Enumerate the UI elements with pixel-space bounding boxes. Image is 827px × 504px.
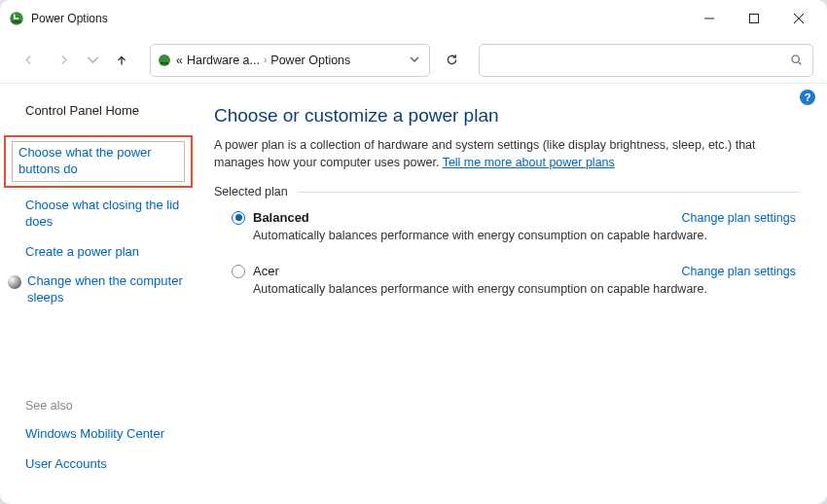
chevron-right-icon: › — [264, 54, 267, 65]
sidebar: Control Panel Home Choose what the power… — [0, 84, 198, 504]
up-button[interactable] — [107, 46, 136, 75]
forward-button[interactable] — [49, 46, 78, 75]
breadcrumb-pre: « — [176, 54, 183, 67]
nav-toolbar: « Hardware a... › Power Options — [0, 37, 827, 84]
main-panel: Choose or customize a power plan A power… — [198, 84, 827, 504]
help-icon[interactable]: ? — [800, 90, 815, 105]
shield-icon — [8, 275, 21, 289]
power-options-icon — [8, 10, 25, 27]
sidebar-link-create-plan[interactable]: Create a power plan — [25, 244, 185, 261]
sidebar-link-mobility-center[interactable]: Windows Mobility Center — [25, 426, 185, 443]
power-options-window: Power Options — [0, 0, 827, 504]
plan-name[interactable]: Acer — [253, 264, 279, 278]
svg-line-9 — [799, 62, 802, 65]
sidebar-link-change-sleep[interactable]: Change when the computer sleeps — [8, 273, 185, 306]
sidebar-link-choose-lid[interactable]: Choose what closing the lid does — [25, 198, 185, 231]
sidebar-link-choose-power-buttons[interactable]: Choose what the power buttons do — [4, 135, 193, 188]
content-area: ? Control Panel Home Choose what the pow… — [0, 84, 827, 504]
svg-rect-1 — [13, 20, 21, 22]
svg-rect-3 — [750, 15, 759, 23]
maximize-button[interactable] — [732, 3, 776, 34]
plan-description: Automatically balances performance with … — [253, 229, 796, 242]
see-also-label: See also — [25, 399, 185, 413]
plan-acer: Acer Change plan settings Automatically … — [214, 264, 800, 300]
sidebar-link-user-accounts[interactable]: User Accounts — [25, 456, 185, 473]
change-plan-settings-link[interactable]: Change plan settings — [682, 265, 796, 278]
svg-point-8 — [792, 55, 799, 62]
minimize-button[interactable] — [687, 3, 732, 34]
plan-balanced: Balanced Change plan settings Automatica… — [214, 210, 800, 246]
svg-rect-7 — [161, 62, 168, 64]
svg-point-6 — [159, 54, 170, 66]
close-button[interactable] — [776, 3, 821, 34]
breadcrumb-part2[interactable]: Power Options — [270, 54, 350, 67]
refresh-button[interactable] — [436, 45, 467, 76]
window-controls — [687, 3, 821, 34]
page-description: A power plan is a collection of hardware… — [214, 136, 800, 171]
radio-acer[interactable] — [232, 265, 245, 278]
control-panel-icon — [157, 53, 172, 68]
plan-description: Automatically balances performance with … — [253, 282, 796, 296]
address-bar[interactable]: « Hardware a... › Power Options — [150, 44, 430, 77]
change-plan-settings-link[interactable]: Change plan settings — [682, 211, 796, 225]
address-dropdown-button[interactable] — [406, 53, 423, 67]
breadcrumb-part1[interactable]: Hardware a... — [187, 54, 260, 67]
control-panel-home-link[interactable]: Control Panel Home — [25, 103, 185, 118]
radio-balanced[interactable] — [232, 211, 245, 225]
divider — [298, 192, 800, 193]
recent-dropdown-button[interactable] — [84, 46, 101, 75]
titlebar: Power Options — [0, 0, 827, 37]
window-title: Power Options — [31, 12, 687, 25]
learn-more-link[interactable]: Tell me more about power plans — [443, 156, 615, 169]
back-button[interactable] — [14, 46, 43, 75]
plan-name[interactable]: Balanced — [253, 210, 309, 225]
search-icon — [790, 54, 803, 66]
page-heading: Choose or customize a power plan — [214, 105, 800, 126]
search-input[interactable] — [479, 44, 813, 77]
selected-plan-section: Selected plan — [214, 185, 800, 198]
